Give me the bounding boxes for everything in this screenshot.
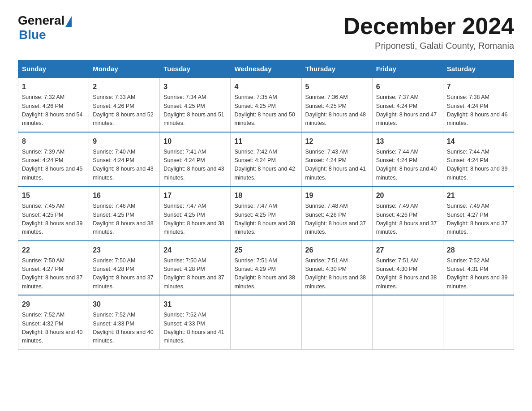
- day-info: Sunrise: 7:51 AMSunset: 4:30 PMDaylight:…: [305, 257, 369, 291]
- calendar-day-cell: 29Sunrise: 7:52 AMSunset: 4:32 PMDayligh…: [18, 295, 89, 349]
- logo: General Blue: [18, 13, 73, 42]
- day-number: 28: [447, 245, 510, 256]
- day-number: 12: [305, 136, 369, 147]
- calendar-day-cell: 6Sunrise: 7:37 AMSunset: 4:24 PMDaylight…: [372, 77, 443, 132]
- day-info: Sunrise: 7:49 AMSunset: 4:27 PMDaylight:…: [447, 202, 510, 237]
- day-info: Sunrise: 7:50 AMSunset: 4:27 PMDaylight:…: [22, 257, 85, 291]
- day-info: Sunrise: 7:46 AMSunset: 4:25 PMDaylight:…: [93, 202, 156, 237]
- calendar-week-row: 29Sunrise: 7:52 AMSunset: 4:32 PMDayligh…: [18, 295, 514, 349]
- day-number: 19: [305, 190, 369, 201]
- day-number: 30: [93, 299, 156, 310]
- calendar-header-row: Sunday Monday Tuesday Wednesday Thursday…: [18, 60, 514, 78]
- calendar-day-cell: 14Sunrise: 7:44 AMSunset: 4:24 PMDayligh…: [443, 132, 514, 187]
- day-number: 13: [376, 136, 439, 147]
- calendar-week-row: 8Sunrise: 7:39 AMSunset: 4:24 PMDaylight…: [18, 132, 514, 187]
- day-info: Sunrise: 7:47 AMSunset: 4:25 PMDaylight:…: [234, 202, 297, 237]
- day-info: Sunrise: 7:52 AMSunset: 4:33 PMDaylight:…: [93, 311, 156, 346]
- calendar-day-cell: 26Sunrise: 7:51 AMSunset: 4:30 PMDayligh…: [301, 241, 372, 295]
- calendar-day-cell: 11Sunrise: 7:42 AMSunset: 4:24 PMDayligh…: [231, 132, 301, 187]
- day-info: Sunrise: 7:42 AMSunset: 4:24 PMDaylight:…: [234, 148, 297, 183]
- day-info: Sunrise: 7:35 AMSunset: 4:25 PMDaylight:…: [234, 93, 297, 128]
- day-info: Sunrise: 7:38 AMSunset: 4:24 PMDaylight:…: [447, 93, 510, 128]
- day-number: 26: [305, 245, 369, 256]
- day-number: 27: [376, 245, 439, 256]
- day-number: 23: [93, 245, 156, 256]
- logo-triangle-icon: [65, 16, 72, 27]
- calendar-day-cell: 7Sunrise: 7:38 AMSunset: 4:24 PMDaylight…: [443, 77, 514, 132]
- calendar-day-cell: 4Sunrise: 7:35 AMSunset: 4:25 PMDaylight…: [231, 77, 301, 132]
- day-info: Sunrise: 7:48 AMSunset: 4:26 PMDaylight:…: [305, 202, 369, 237]
- calendar-day-cell: 20Sunrise: 7:49 AMSunset: 4:26 PMDayligh…: [372, 186, 443, 241]
- day-number: 31: [163, 299, 227, 310]
- logo-general-text: General: [18, 13, 64, 28]
- day-number: 2: [93, 81, 156, 92]
- calendar-table: Sunday Monday Tuesday Wednesday Thursday…: [18, 60, 514, 350]
- calendar-day-cell: 31Sunrise: 7:52 AMSunset: 4:33 PMDayligh…: [160, 295, 231, 349]
- day-number: 14: [447, 136, 510, 147]
- day-number: 8: [22, 136, 85, 147]
- day-number: 7: [447, 81, 510, 92]
- day-info: Sunrise: 7:44 AMSunset: 4:24 PMDaylight:…: [447, 148, 510, 183]
- day-number: 10: [163, 136, 227, 147]
- calendar-day-cell: 8Sunrise: 7:39 AMSunset: 4:24 PMDaylight…: [18, 132, 89, 187]
- day-info: Sunrise: 7:52 AMSunset: 4:31 PMDaylight:…: [447, 257, 510, 291]
- day-number: 22: [22, 245, 85, 256]
- day-number: 17: [163, 190, 227, 201]
- calendar-day-cell: 12Sunrise: 7:43 AMSunset: 4:24 PMDayligh…: [301, 132, 372, 187]
- day-number: 29: [22, 299, 85, 310]
- day-info: Sunrise: 7:43 AMSunset: 4:24 PMDaylight:…: [305, 148, 369, 183]
- day-number: 4: [234, 81, 297, 92]
- calendar-day-cell: 13Sunrise: 7:44 AMSunset: 4:24 PMDayligh…: [372, 132, 443, 187]
- calendar-week-row: 22Sunrise: 7:50 AMSunset: 4:27 PMDayligh…: [18, 241, 514, 295]
- calendar-day-cell: [231, 295, 301, 349]
- day-number: 18: [234, 190, 297, 201]
- title-block: December 2024 Priponesti, Galati County,…: [343, 13, 514, 51]
- calendar-day-cell: 5Sunrise: 7:36 AMSunset: 4:25 PMDaylight…: [301, 77, 372, 132]
- day-number: 20: [376, 190, 439, 201]
- calendar-day-cell: 2Sunrise: 7:33 AMSunset: 4:26 PMDaylight…: [89, 77, 160, 132]
- col-sunday: Sunday: [18, 60, 89, 78]
- calendar-day-cell: 17Sunrise: 7:47 AMSunset: 4:25 PMDayligh…: [160, 186, 231, 241]
- day-info: Sunrise: 7:36 AMSunset: 4:25 PMDaylight:…: [305, 93, 369, 128]
- calendar-day-cell: 10Sunrise: 7:41 AMSunset: 4:24 PMDayligh…: [160, 132, 231, 187]
- day-info: Sunrise: 7:34 AMSunset: 4:25 PMDaylight:…: [163, 93, 227, 128]
- logo-blue-text: Blue: [19, 28, 46, 42]
- col-tuesday: Tuesday: [160, 60, 231, 78]
- page-header: General Blue December 2024 Priponesti, G…: [18, 13, 514, 51]
- col-wednesday: Wednesday: [231, 60, 301, 78]
- day-info: Sunrise: 7:39 AMSunset: 4:24 PMDaylight:…: [22, 148, 85, 183]
- day-number: 5: [305, 81, 369, 92]
- col-friday: Friday: [372, 60, 443, 78]
- day-number: 11: [234, 136, 297, 147]
- calendar-week-row: 15Sunrise: 7:45 AMSunset: 4:25 PMDayligh…: [18, 186, 514, 241]
- calendar-day-cell: 28Sunrise: 7:52 AMSunset: 4:31 PMDayligh…: [443, 241, 514, 295]
- day-info: Sunrise: 7:37 AMSunset: 4:24 PMDaylight:…: [376, 93, 439, 128]
- day-info: Sunrise: 7:47 AMSunset: 4:25 PMDaylight:…: [163, 202, 227, 237]
- day-info: Sunrise: 7:50 AMSunset: 4:28 PMDaylight:…: [93, 257, 156, 291]
- day-number: 25: [234, 245, 297, 256]
- day-info: Sunrise: 7:52 AMSunset: 4:33 PMDaylight:…: [163, 311, 227, 346]
- calendar-day-cell: 23Sunrise: 7:50 AMSunset: 4:28 PMDayligh…: [89, 241, 160, 295]
- calendar-day-cell: 15Sunrise: 7:45 AMSunset: 4:25 PMDayligh…: [18, 186, 89, 241]
- calendar-day-cell: 21Sunrise: 7:49 AMSunset: 4:27 PMDayligh…: [443, 186, 514, 241]
- col-thursday: Thursday: [301, 60, 372, 78]
- calendar-day-cell: [372, 295, 443, 349]
- calendar-day-cell: 16Sunrise: 7:46 AMSunset: 4:25 PMDayligh…: [89, 186, 160, 241]
- calendar-day-cell: 24Sunrise: 7:50 AMSunset: 4:28 PMDayligh…: [160, 241, 231, 295]
- day-number: 3: [163, 81, 227, 92]
- day-info: Sunrise: 7:32 AMSunset: 4:26 PMDaylight:…: [22, 93, 85, 128]
- calendar-day-cell: 30Sunrise: 7:52 AMSunset: 4:33 PMDayligh…: [89, 295, 160, 349]
- day-info: Sunrise: 7:50 AMSunset: 4:28 PMDaylight:…: [163, 257, 227, 291]
- calendar-day-cell: [443, 295, 514, 349]
- day-number: 9: [93, 136, 156, 147]
- day-number: 21: [447, 190, 510, 201]
- day-info: Sunrise: 7:44 AMSunset: 4:24 PMDaylight:…: [376, 148, 439, 183]
- col-monday: Monday: [89, 60, 160, 78]
- calendar-title: December 2024: [343, 13, 514, 39]
- calendar-day-cell: 19Sunrise: 7:48 AMSunset: 4:26 PMDayligh…: [301, 186, 372, 241]
- day-info: Sunrise: 7:33 AMSunset: 4:26 PMDaylight:…: [93, 93, 156, 128]
- calendar-subtitle: Priponesti, Galati County, Romania: [343, 41, 514, 51]
- day-info: Sunrise: 7:49 AMSunset: 4:26 PMDaylight:…: [376, 202, 439, 237]
- day-info: Sunrise: 7:45 AMSunset: 4:25 PMDaylight:…: [22, 202, 85, 237]
- calendar-week-row: 1Sunrise: 7:32 AMSunset: 4:26 PMDaylight…: [18, 77, 514, 132]
